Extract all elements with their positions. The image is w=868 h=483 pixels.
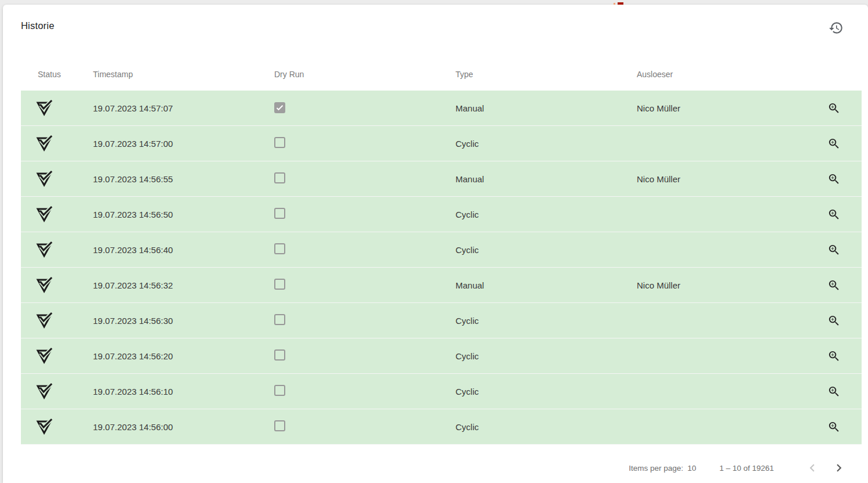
timestamp-cell: 19.07.2023 14:56:30 — [93, 316, 274, 326]
table-row: 19.07.2023 14:56:50 Cyclic — [21, 197, 862, 232]
dry-run-cell — [274, 102, 455, 114]
action-cell — [826, 100, 862, 116]
timestamp-cell: 19.07.2023 14:56:55 — [93, 174, 274, 184]
zoom-in-button[interactable] — [826, 419, 841, 434]
zoom-in-icon — [827, 137, 841, 150]
action-cell — [826, 277, 862, 293]
status-cell — [21, 135, 93, 152]
ausloeser-cell: Nico Müller — [637, 174, 826, 184]
ausloeser-cell: Nico Müller — [637, 280, 826, 290]
dry-run-cell — [274, 385, 455, 398]
status-cell — [21, 276, 93, 294]
history-button[interactable] — [823, 15, 849, 41]
dry-run-checkbox[interactable] — [274, 420, 285, 431]
deployment-success-triangle-check-icon — [35, 206, 53, 223]
table-row: 19.07.2023 14:56:32 Manual Nico Müller — [21, 268, 862, 303]
timestamp-cell: 19.07.2023 14:57:07 — [93, 103, 274, 113]
card-header: Historie — [3, 5, 868, 58]
status-cell — [21, 418, 93, 435]
column-header-status: Status — [21, 70, 93, 79]
zoom-in-button[interactable] — [826, 277, 841, 293]
status-cell — [21, 383, 93, 400]
dry-run-checkbox[interactable] — [274, 279, 285, 290]
table-header-row: Status Timestamp Dry Run Type Ausloeser — [21, 58, 862, 91]
dry-run-checkbox[interactable] — [274, 208, 285, 219]
type-cell: Cyclic — [455, 316, 637, 326]
action-cell — [826, 171, 862, 186]
type-cell: Manual — [455, 280, 637, 290]
action-cell — [826, 313, 862, 328]
column-header-ausloeser: Ausloeser — [637, 70, 826, 79]
type-cell: Manual — [455, 174, 637, 184]
dry-run-checkbox[interactable] — [274, 243, 285, 254]
zoom-in-button[interactable] — [826, 100, 841, 116]
table-row: 19.07.2023 14:56:20 Cyclic — [21, 338, 862, 374]
deployment-success-triangle-check-icon — [35, 347, 53, 365]
zoom-in-icon — [827, 172, 841, 186]
table-row: 19.07.2023 14:57:07 Manual Nico Müller — [21, 91, 862, 126]
top-edge-artifact-dot — [614, 3, 615, 5]
next-page-button[interactable] — [831, 460, 847, 475]
deployment-success-triangle-check-icon — [35, 383, 53, 400]
type-cell: Cyclic — [455, 387, 637, 397]
dry-run-checkbox[interactable] — [274, 172, 285, 183]
deployment-success-triangle-check-icon — [35, 170, 53, 188]
dry-run-checkbox[interactable] — [274, 102, 285, 113]
items-per-page-select[interactable]: 10 — [687, 464, 696, 473]
type-cell: Manual — [455, 103, 637, 113]
dry-run-cell — [274, 314, 455, 327]
zoom-in-button[interactable] — [826, 136, 841, 151]
action-cell — [826, 136, 862, 151]
status-cell — [21, 312, 93, 329]
dry-run-checkbox[interactable] — [274, 349, 285, 361]
zoom-in-icon — [827, 243, 841, 257]
dry-run-cell — [274, 243, 455, 256]
type-cell: Cyclic — [455, 139, 637, 149]
zoom-in-icon — [827, 420, 841, 434]
dry-run-cell — [274, 172, 455, 185]
zoom-in-icon — [827, 102, 841, 115]
historie-card: Historie Status Timestamp Dry Run Type A… — [3, 5, 868, 483]
column-header-dry-run: Dry Run — [274, 70, 455, 79]
column-header-timestamp: Timestamp — [93, 70, 274, 79]
ausloeser-cell: Nico Müller — [637, 103, 826, 113]
type-cell: Cyclic — [455, 210, 637, 219]
status-cell — [21, 347, 93, 365]
type-cell: Cyclic — [455, 422, 637, 432]
timestamp-cell: 19.07.2023 14:56:40 — [93, 245, 274, 255]
previous-page-button[interactable] — [805, 460, 820, 475]
timestamp-cell: 19.07.2023 14:56:00 — [93, 422, 274, 432]
zoom-in-button[interactable] — [826, 171, 841, 186]
deployment-success-triangle-check-icon — [35, 418, 53, 435]
action-cell — [826, 348, 862, 363]
timestamp-cell: 19.07.2023 14:56:32 — [93, 280, 274, 290]
check-icon — [275, 103, 284, 112]
zoom-in-button[interactable] — [826, 348, 841, 363]
action-cell — [826, 207, 862, 222]
chevron-left-icon — [805, 460, 820, 475]
table-row: 19.07.2023 14:56:40 Cyclic — [21, 232, 862, 268]
dry-run-checkbox[interactable] — [274, 314, 285, 325]
dry-run-cell — [274, 349, 455, 362]
type-cell: Cyclic — [455, 245, 637, 255]
dry-run-cell — [274, 208, 455, 221]
zoom-in-button[interactable] — [826, 242, 841, 257]
zoom-in-icon — [827, 349, 841, 363]
page-title: Historie — [21, 20, 55, 31]
items-per-page-label: Items per page: — [629, 464, 683, 473]
table-row: 19.07.2023 14:56:30 Cyclic — [21, 303, 862, 338]
deployment-success-triangle-check-icon — [35, 276, 53, 294]
zoom-in-button[interactable] — [826, 313, 841, 328]
zoom-in-icon — [827, 208, 841, 221]
zoom-in-button[interactable] — [826, 207, 841, 222]
zoom-in-button[interactable] — [826, 384, 841, 399]
action-cell — [826, 242, 862, 257]
timestamp-cell: 19.07.2023 14:56:50 — [93, 210, 274, 219]
dry-run-checkbox[interactable] — [274, 385, 285, 396]
status-cell — [21, 241, 93, 258]
paginator-range-label: 1 – 10 of 19261 — [719, 464, 774, 473]
table-body: 19.07.2023 14:57:07 Manual Nico Müller — [3, 91, 868, 445]
dry-run-checkbox[interactable] — [274, 137, 285, 148]
table-row: 19.07.2023 14:56:00 Cyclic — [21, 409, 862, 445]
column-header-type: Type — [455, 70, 637, 79]
